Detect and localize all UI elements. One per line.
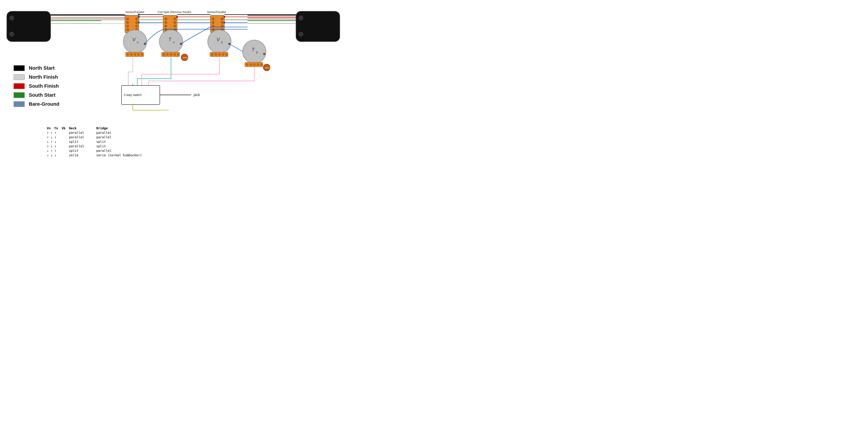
legend-item-south-finish: South Finish (13, 83, 59, 89)
svg-point-71 (253, 63, 256, 66)
bridge-5: parallel (95, 149, 144, 153)
legend-item-north-finish: North Finish (13, 74, 59, 80)
col-tn: Tn (53, 126, 60, 130)
svg-point-33 (165, 25, 167, 27)
arrows-5: ↓ ↑ ↑ (45, 149, 67, 153)
coil-split-label: Coil Split (Remove South) (158, 10, 191, 14)
bridge-2: parallel (95, 135, 144, 139)
table-row: ↑ ↓ ↑ parallel parallel (45, 135, 144, 139)
table-row: ↓ ↓ ↓ serie serie (normal humbucker) (45, 153, 144, 157)
svg-text:047uf: 047uf (265, 67, 270, 69)
arrows-6: ↓ ↓ ↓ (45, 153, 67, 157)
svg-text:V: V (132, 37, 136, 42)
svg-point-106 (223, 16, 225, 18)
svg-point-69 (246, 63, 248, 66)
svg-point-0 (9, 16, 14, 20)
svg-point-36 (174, 21, 176, 24)
svg-point-46 (177, 53, 180, 56)
table-row: ↓ ↑ ↓ split split (45, 139, 144, 144)
arrows-3: ↓ ↑ ↓ (45, 139, 67, 144)
col-spacer (86, 126, 95, 130)
svg-point-50 (212, 21, 214, 24)
col-bridge: Bridge (95, 126, 144, 130)
svg-point-34 (165, 29, 167, 31)
svg-point-45 (173, 53, 176, 56)
bridge-3: split (95, 139, 144, 144)
diagram-container: Series/Parallel V n Coil Split (Remove S… (0, 0, 347, 169)
legend-item-north-start: North Start (13, 65, 59, 71)
col-neck: Neck (67, 126, 86, 130)
svg-point-60 (211, 53, 214, 56)
table-row: ↑ ↑ ↑ parallel parallel (45, 130, 144, 135)
svg-point-61 (214, 53, 217, 56)
legend-item-south-start: South Start (13, 92, 59, 98)
neck-1: parallel (67, 130, 86, 135)
svg-point-1 (9, 32, 14, 36)
north-start-label: North Start (29, 65, 55, 71)
svg-point-18 (135, 18, 138, 20)
neck-5: split (67, 149, 86, 153)
bridge-1: parallel (95, 130, 144, 135)
svg-text:b: b (221, 40, 223, 44)
svg-text:b: b (256, 51, 258, 54)
table-header-row: Vn Tn Vb Neck Bridge (45, 126, 144, 130)
neck-4: parallel (67, 144, 86, 149)
svg-text:V: V (216, 37, 220, 42)
bare-ground-label: Bare-Ground (29, 101, 59, 107)
svg-point-70 (249, 63, 252, 66)
switch-configuration-table: Vn Tn Vb Neck Bridge ↑ ↑ ↑ parallel para… (45, 126, 144, 157)
north-finish-label: North Finish (29, 74, 58, 80)
svg-point-42 (162, 53, 165, 56)
south-start-color (13, 92, 25, 98)
svg-point-104 (138, 14, 140, 15)
arrows-1: ↑ ↑ ↑ (45, 130, 67, 135)
arrows-2: ↑ ↓ ↑ (45, 135, 67, 139)
svg-text:047uf: 047uf (183, 57, 188, 59)
svg-point-20 (135, 25, 138, 27)
svg-text:T: T (168, 37, 172, 42)
svg-point-43 (166, 53, 169, 56)
svg-point-19 (135, 21, 138, 24)
table-row: ↓ ↑ ↑ split parallel (45, 149, 144, 153)
svg-point-49 (212, 18, 214, 20)
south-start-label: South Start (29, 92, 56, 98)
north-start-color (13, 65, 25, 71)
svg-point-72 (256, 63, 259, 66)
svg-point-74 (263, 53, 265, 55)
svg-point-73 (260, 63, 263, 66)
svg-point-62 (218, 53, 221, 56)
neck-6: serie (67, 153, 86, 157)
svg-point-27 (134, 53, 136, 56)
table-row: ↑ ↓ ↑ parallel split (45, 144, 144, 149)
svg-point-105 (176, 16, 178, 18)
svg-point-37 (174, 25, 176, 27)
legend: North Start North Finish South Finish So… (13, 65, 59, 110)
svg-point-52 (212, 29, 214, 31)
legend-item-bare-ground: Bare-Ground (13, 101, 59, 107)
svg-point-28 (137, 53, 140, 56)
svg-point-31 (165, 18, 167, 20)
series-parallel-right-label: Series/Parallel (207, 10, 226, 14)
arrows-4: ↑ ↓ ↑ (45, 144, 67, 149)
svg-text:n: n (173, 40, 175, 44)
svg-point-14 (126, 18, 129, 20)
three-way-switch-label: 3 way switch (124, 93, 142, 97)
col-vn: Vn (45, 126, 53, 130)
north-finish-color (13, 74, 25, 80)
svg-point-26 (130, 53, 133, 56)
svg-point-64 (225, 53, 228, 56)
bridge-pickup (296, 11, 340, 42)
svg-point-44 (170, 53, 173, 56)
jack-label: jack (193, 93, 200, 97)
series-parallel-left-label: Series/Parallel (125, 10, 144, 14)
svg-point-15 (126, 21, 129, 24)
svg-point-103 (138, 22, 140, 23)
neck-3: split (67, 139, 86, 144)
south-finish-label: South Finish (29, 83, 59, 89)
svg-point-3 (299, 16, 303, 20)
svg-point-53 (221, 18, 223, 20)
south-finish-color (13, 83, 25, 89)
svg-point-63 (222, 53, 224, 56)
svg-point-102 (138, 16, 140, 18)
svg-point-107 (223, 22, 225, 23)
